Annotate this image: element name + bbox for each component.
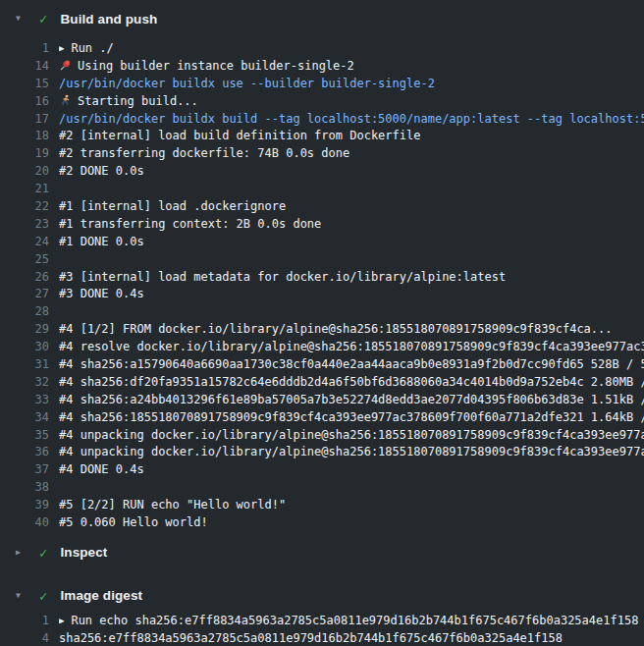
log-text: #4 DONE 0.4s (59, 461, 644, 479)
line-number[interactable]: 27 (16, 286, 49, 303)
section-header-image-digest[interactable]: ▼✓Image digest (0, 581, 644, 611)
log-line: 34#4 sha256:185518070891758909c9f839cf4c… (0, 409, 644, 427)
line-number[interactable]: 17 (16, 111, 49, 129)
log-line: 30#4 resolve docker.io/library/alpine@sh… (0, 339, 644, 356)
log-text: #4 unpacking docker.io/library/alpine@sh… (59, 427, 644, 445)
log-text: #1 [internal] load .dockerignore (59, 198, 644, 216)
line-number[interactable]: 31 (16, 356, 49, 374)
log-message: Using builder instance builder-single-2 (78, 59, 354, 73)
line-number[interactable]: 37 (16, 461, 49, 479)
log-line: 21 (0, 181, 644, 198)
log-message: #2 transferring dockerfile: 74B 0.0s don… (59, 146, 349, 160)
log-message: #5 [2/2] RUN echo "Hello world!" (59, 498, 286, 511)
log-message: /usr/bin/docker buildx use --builder bui… (59, 77, 435, 90)
log-text: Starting build... (59, 93, 644, 111)
log-line: 32#4 sha256:df20fa9351a15782c64e6dddb2d4… (0, 374, 644, 392)
line-number[interactable]: 36 (16, 444, 49, 461)
log-text: #4 sha256:df20fa9351a15782c64e6dddb2d4a6… (59, 374, 644, 392)
line-number[interactable]: 15 (16, 76, 49, 93)
check-icon: ✓ (39, 581, 47, 611)
log-text[interactable]: ▶Run ./ (59, 40, 644, 58)
section-title: Image digest (60, 588, 142, 603)
log-text: #4 resolve docker.io/library/alpine@sha2… (59, 339, 644, 356)
log-text[interactable]: ▶Run echo sha256:e7ff8834a5963a2785c5a08… (59, 613, 644, 630)
line-number[interactable]: 25 (16, 251, 49, 269)
log-text: #1 transferring context: 2B 0.0s done (59, 216, 644, 234)
line-number[interactable]: 23 (16, 216, 49, 234)
log-line: 15/usr/bin/docker buildx use --builder b… (0, 76, 644, 93)
log-line: 4sha256:e7ff8834a5963a2785c5a0811e979d16… (0, 630, 644, 646)
log-message: #5 0.060 Hello world! (59, 515, 208, 529)
log-text: #4 sha256:a15790640a6690aa1730c38cf0a440… (59, 356, 644, 374)
line-number[interactable]: 4 (16, 630, 49, 646)
line-number[interactable]: 34 (16, 409, 49, 427)
log-block-image-digest: 1▶Run echo sha256:e7ff8834a5963a2785c5a0… (0, 613, 644, 646)
log-line: 20#2 DONE 0.0s (0, 163, 644, 181)
log-line: 23#1 transferring context: 2B 0.0s done (0, 216, 644, 234)
log-text: #3 DONE 0.4s (59, 286, 644, 303)
line-number[interactable]: 39 (16, 497, 49, 514)
line-number[interactable]: 22 (16, 198, 49, 216)
line-number[interactable]: 40 (16, 514, 49, 532)
log-message: #4 unpacking docker.io/library/alpine@sh… (59, 428, 644, 442)
log-text (59, 303, 644, 321)
line-number[interactable]: 24 (16, 234, 49, 251)
line-number[interactable]: 18 (16, 128, 49, 145)
chevron-right-icon[interactable]: ▶ (16, 538, 29, 567)
log-line: 24#1 DONE 0.0s (0, 234, 644, 251)
line-number[interactable]: 29 (16, 321, 49, 339)
log-text: #2 DONE 0.0s (59, 163, 644, 181)
log-message: #4 resolve docker.io/library/alpine@sha2… (59, 340, 644, 353)
line-number[interactable]: 21 (16, 181, 49, 198)
log-message: #4 DONE 0.4s (59, 462, 144, 476)
log-line: 31#4 sha256:a15790640a6690aa1730c38cf0a4… (0, 356, 644, 374)
line-number[interactable]: 35 (16, 427, 49, 445)
expand-group-play-icon[interactable]: ▶ (59, 613, 64, 630)
line-number[interactable]: 16 (16, 93, 49, 111)
log-text: #5 [2/2] RUN echo "Hello world!" (59, 497, 644, 514)
section-title: Inspect (60, 545, 107, 560)
log-line: 18#2 [internal] load build definition fr… (0, 128, 644, 145)
line-number[interactable]: 20 (16, 163, 49, 181)
line-number[interactable]: 26 (16, 269, 49, 287)
chevron-down-icon[interactable]: ▼ (16, 581, 29, 611)
line-number[interactable]: 30 (16, 339, 49, 356)
log-text: #4 sha256:a24bb4013296f61e89ba57005a7b3e… (59, 392, 644, 409)
expand-group-play-icon[interactable]: ▶ (59, 40, 64, 58)
log-message: #4 sha256:a24bb4013296f61e89ba57005a7b3e… (59, 393, 644, 406)
check-icon: ✓ (39, 538, 47, 567)
log-command-text: /usr/bin/docker buildx use --builder bui… (59, 76, 644, 93)
log-message: #4 sha256:185518070891758909c9f839cf4ca3… (59, 410, 644, 424)
log-text: #4 [1/2] FROM docker.io/library/alpine@s… (59, 321, 644, 339)
log-message: #4 sha256:a15790640a6690aa1730c38cf0a440… (59, 357, 644, 371)
log-line: 1▶Run ./ (0, 40, 644, 58)
line-number[interactable]: 14 (16, 58, 49, 76)
log-line: 27#3 DONE 0.4s (0, 286, 644, 303)
log-message: #4 unpacking docker.io/library/alpine@sh… (59, 445, 644, 458)
line-number[interactable]: 1 (16, 613, 49, 630)
log-line: 16Starting build... (0, 93, 644, 111)
chevron-down-icon[interactable]: ▼ (16, 4, 29, 33)
line-number[interactable]: 28 (16, 303, 49, 321)
log-line: 37#4 DONE 0.4s (0, 461, 644, 479)
runner-icon (59, 94, 72, 107)
log-text: #4 sha256:185518070891758909c9f839cf4ca3… (59, 409, 644, 427)
line-number[interactable]: 33 (16, 392, 49, 409)
line-number[interactable]: 38 (16, 479, 49, 497)
log-line: 40#5 0.060 Hello world! (0, 514, 644, 532)
log-message: Run ./ (71, 41, 113, 55)
section-header-build-and-push[interactable]: ▼✓Build and push (0, 4, 644, 33)
line-number[interactable]: 32 (16, 374, 49, 392)
workflow-log-viewer: ▼✓Build and push1▶Run ./14Using builder … (0, 4, 644, 646)
log-message: #3 [internal] load metadata for docker.i… (59, 270, 506, 284)
log-line: 17/usr/bin/docker buildx build --tag loc… (0, 111, 644, 129)
line-number[interactable]: 1 (16, 40, 49, 58)
log-line: 39#5 [2/2] RUN echo "Hello world!" (0, 497, 644, 514)
log-text (59, 251, 644, 269)
log-line: 22#1 [internal] load .dockerignore (0, 198, 644, 216)
line-number[interactable]: 19 (16, 145, 49, 163)
log-message: #3 DONE 0.4s (59, 287, 144, 300)
section-header-inspect[interactable]: ▶✓Inspect (0, 538, 644, 567)
log-line: 25 (0, 251, 644, 269)
log-line: 29#4 [1/2] FROM docker.io/library/alpine… (0, 321, 644, 339)
